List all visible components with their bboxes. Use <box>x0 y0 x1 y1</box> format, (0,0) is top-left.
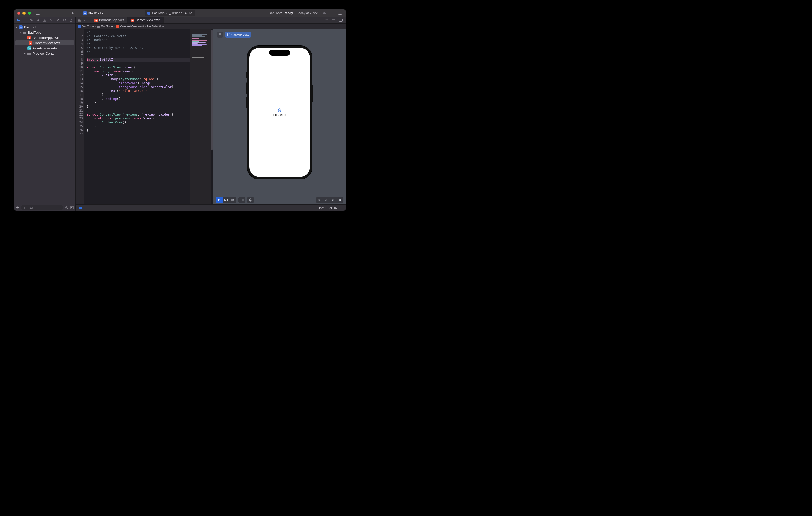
code-line[interactable]: } <box>87 128 190 132</box>
code-line[interactable]: } <box>87 93 190 97</box>
source-control-navigator-icon[interactable] <box>23 18 27 22</box>
tree-item[interactable]: ▾ABadTodo <box>14 25 75 30</box>
tree-item-label: BadTodoApp.swift <box>32 36 60 40</box>
variants-preview-button[interactable] <box>229 197 236 203</box>
filter-input[interactable]: Filter <box>21 205 63 210</box>
code-line[interactable] <box>87 62 190 66</box>
code-line[interactable] <box>87 54 190 58</box>
jump-selection: No Selection <box>147 25 164 28</box>
add-file-button[interactable]: ＋ <box>16 206 19 209</box>
live-preview-button[interactable] <box>216 197 223 203</box>
tree-item-label: ContentView.swift <box>33 41 60 45</box>
tree-item[interactable]: ContentView.swift <box>15 40 74 45</box>
tree-item[interactable]: Assets.xcassets <box>14 45 75 51</box>
window-controls <box>14 11 31 14</box>
pin-preview-button[interactable] <box>217 32 223 38</box>
code-line[interactable]: static var previews: some View { <box>87 117 190 121</box>
disclosure-icon[interactable]: ▾ <box>15 26 18 29</box>
code-line[interactable]: VStack { <box>87 73 190 78</box>
code-line[interactable]: .padding() <box>87 97 190 101</box>
add-assistant-icon[interactable] <box>339 19 343 22</box>
code-line[interactable]: // Created by azh on 12/9/22. <box>87 46 190 50</box>
disclosure-icon[interactable]: ▾ <box>19 31 22 34</box>
code-line[interactable]: // ContentView.swift <box>87 34 190 38</box>
minimap[interactable] <box>190 29 211 205</box>
code-line[interactable]: .imageScale(.large) <box>87 81 190 85</box>
project-navigator-icon[interactable] <box>16 18 20 22</box>
symbol-navigator-icon[interactable] <box>30 18 33 22</box>
debug-navigator-icon[interactable] <box>56 18 60 22</box>
canvas-refresh-icon[interactable] <box>325 19 328 22</box>
related-items-icon[interactable] <box>78 19 81 22</box>
iphone-screen[interactable]: Hello, world! <box>249 48 310 177</box>
code-line[interactable]: // <box>87 50 190 54</box>
code-line[interactable]: // <box>87 30 190 34</box>
activity-status: BadTodo: Ready | Today at 22:22 <box>269 11 326 15</box>
adjust-editor-icon[interactable] <box>332 19 336 22</box>
editor-tab[interactable]: BadTodoApp.swift <box>91 17 128 23</box>
scm-status-icon[interactable] <box>70 206 74 209</box>
zoom-out-button[interactable] <box>316 197 323 203</box>
debug-indicator[interactable] <box>79 207 82 209</box>
code-line[interactable]: // BadTodo <box>87 38 190 42</box>
run-button[interactable] <box>69 10 76 16</box>
code-line[interactable]: import SwiftUI <box>87 58 190 62</box>
minimize-window-button[interactable] <box>23 11 26 14</box>
code-line[interactable]: } <box>87 101 190 105</box>
code-line[interactable]: ContentView() <box>87 121 190 124</box>
code-line[interactable]: Image(systemName: "globe") <box>87 78 190 81</box>
folder-icon <box>23 30 27 34</box>
code-content[interactable]: //// ContentView.swift// BadTodo//// Cre… <box>85 29 190 205</box>
tree-item[interactable]: ▸Preview Content <box>14 51 75 56</box>
code-line[interactable]: Text("Hello, world!") <box>87 89 190 93</box>
navigator-selector-bar <box>14 17 75 24</box>
code-line[interactable]: } <box>87 124 190 128</box>
svg-rect-41 <box>80 20 81 22</box>
report-navigator-icon[interactable] <box>69 18 73 22</box>
code-line[interactable]: .foregroundColor(.accentColor) <box>87 85 190 89</box>
selectable-preview-button[interactable] <box>223 197 229 203</box>
swift-file-icon <box>131 19 134 22</box>
tree-item[interactable]: ▾BadTodo <box>14 30 75 35</box>
preview-selector[interactable]: Content View <box>225 32 251 38</box>
device-settings-button[interactable] <box>238 197 245 203</box>
issue-navigator-icon[interactable] <box>42 18 47 22</box>
editor-scrollbar[interactable] <box>211 29 213 205</box>
toggle-debug-area-icon[interactable] <box>340 206 343 210</box>
close-window-button[interactable] <box>17 11 21 14</box>
test-navigator-icon[interactable] <box>50 18 53 22</box>
zoom-fit-button[interactable] <box>323 197 329 203</box>
add-editor-icon[interactable] <box>329 11 333 15</box>
code-editor[interactable]: 1234567891011121314151617181920212223242… <box>76 29 213 205</box>
scrollbar-thumb[interactable] <box>211 30 213 150</box>
editor-tab[interactable]: ContentView.swift <box>128 17 164 23</box>
code-line[interactable]: var body: some View { <box>87 69 190 73</box>
code-line[interactable] <box>87 132 190 136</box>
code-line[interactable]: struct ContentView_Previews: PreviewProv… <box>87 113 190 117</box>
zoom-actual-button[interactable]: 1 <box>329 197 337 203</box>
code-line[interactable] <box>87 109 190 113</box>
breakpoint-navigator-icon[interactable] <box>62 18 66 22</box>
tree-item[interactable]: BadTodoApp.swift <box>14 35 75 40</box>
disclosure-icon[interactable]: ▸ <box>24 52 26 55</box>
find-navigator-icon[interactable] <box>36 18 40 22</box>
nav-back-icon[interactable]: ‹ <box>84 18 85 22</box>
zoom-in-button[interactable] <box>337 197 343 203</box>
canvas-toolbar: 1 <box>213 195 346 205</box>
project-tree[interactable]: ▾ABadTodo▾BadTodoBadTodoApp.swiftContent… <box>14 24 75 204</box>
recent-files-icon[interactable] <box>65 206 68 209</box>
preview-info-button[interactable] <box>247 197 254 203</box>
nav-forward-icon[interactable]: › <box>88 18 89 22</box>
folder-icon <box>27 51 31 55</box>
svg-marker-22 <box>63 19 66 21</box>
navigator-sidebar: ▾ABadTodo▾BadTodoBadTodoApp.swiftContent… <box>14 17 76 211</box>
library-icon[interactable] <box>338 11 342 14</box>
scheme-selector[interactable]: BadTodo › iPhone 14 Pro <box>145 10 195 16</box>
code-line[interactable]: } <box>87 105 190 109</box>
jump-bar[interactable]: BadTodo › BadTodo › ContentView.swift › … <box>76 24 346 29</box>
chevron-right-icon: › <box>166 11 167 15</box>
toggle-navigator-icon[interactable] <box>36 11 40 15</box>
zoom-window-button[interactable] <box>28 11 31 14</box>
code-line[interactable]: // <box>87 42 190 46</box>
code-line[interactable]: struct ContentView: View { <box>87 66 190 69</box>
